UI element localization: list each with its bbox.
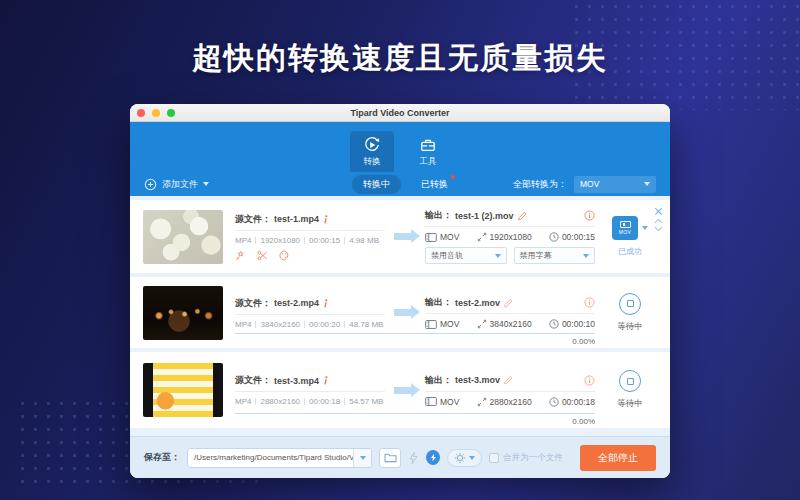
rename-pencil-icon[interactable]: [503, 375, 513, 385]
add-plus-icon: [144, 178, 157, 191]
rename-pencil-icon[interactable]: [503, 298, 513, 308]
stop-task-button[interactable]: [619, 370, 641, 392]
out-resolution: 1920x1080: [490, 232, 532, 242]
separator: [255, 321, 256, 328]
meta-size: 48.78 MB: [349, 320, 383, 329]
output-info-circle-icon[interactable]: [584, 297, 595, 308]
row2-actions: 等待中: [605, 293, 655, 333]
meta-duration: 00:00:18: [309, 397, 340, 406]
open-folder-button[interactable]: [379, 448, 401, 468]
row2-status: 等待中: [617, 321, 643, 333]
save-path-caret-icon[interactable]: [353, 449, 371, 467]
subtitle-value: 禁用字幕: [520, 250, 552, 261]
output-filename: test-3.mov: [455, 375, 500, 385]
add-files-button[interactable]: 添加文件: [144, 178, 209, 191]
convert-all-format-value: MOV: [580, 179, 599, 189]
move-up-icon[interactable]: [654, 218, 663, 224]
output-info-circle-icon[interactable]: [584, 210, 595, 221]
audio-track-select[interactable]: 禁用音轨: [425, 247, 507, 264]
toolbox-icon: [419, 136, 437, 154]
stop-all-button[interactable]: 全部停止: [580, 445, 656, 471]
window-title: Tipard Video Converter: [130, 108, 670, 118]
source-info-2: 源文件： test-2.mp4 MP4 3840x2160 00:00:20 4…: [235, 297, 385, 329]
media-info-icon[interactable]: [322, 376, 329, 385]
output-filename: test-1 (2).mov: [455, 211, 514, 221]
filter-converting[interactable]: 转换中: [352, 175, 401, 194]
convert-arrow-icon: [385, 387, 421, 394]
output-info-2: 输出： test-2.mov MOV 3840x2160 00:00:: [425, 296, 595, 329]
separator: [304, 237, 305, 244]
meta-duration: 00:00:15: [309, 236, 340, 245]
video-thumbnail-1[interactable]: [143, 210, 223, 264]
meta-duration: 00:00:20: [309, 320, 340, 329]
convert-arrow-icon: [385, 233, 421, 240]
remove-file-icon[interactable]: [654, 207, 663, 216]
media-info-icon[interactable]: [322, 299, 329, 308]
output-label: 输出：: [425, 209, 452, 222]
video-thumbnail-2[interactable]: [143, 286, 223, 340]
source-label: 源文件：: [235, 213, 271, 226]
settings-button[interactable]: [447, 449, 482, 467]
out-duration: 00:00:10: [562, 319, 595, 329]
meta-resolution: 2880x2160: [260, 397, 300, 406]
save-to-label: 保存至：: [144, 451, 180, 464]
effect-palette-icon[interactable]: [279, 250, 290, 261]
meta-format: MP4: [235, 320, 251, 329]
tab-convert[interactable]: 转换: [350, 131, 394, 172]
convert-all-format-select[interactable]: MOV: [574, 176, 656, 193]
tab-tools[interactable]: 工具: [406, 131, 450, 172]
page-background: 超快的转换速度且无质量损失 Tipard Video Converter 转换 …: [0, 0, 800, 500]
save-path-select[interactable]: /Users/marketing/Documents/Tipard Studio…: [187, 448, 372, 468]
out-duration: 00:00:18: [562, 397, 595, 407]
filter-converted-label: 已转换: [421, 179, 448, 189]
add-files-caret-icon[interactable]: [203, 182, 209, 186]
progress-percent: 0.00%: [235, 337, 595, 346]
media-info-icon[interactable]: [322, 215, 329, 224]
stop-task-button[interactable]: [619, 293, 641, 315]
format-button-caret-icon[interactable]: [642, 226, 648, 230]
output-settings-3: MOV 2880x2160 00:00:18: [425, 397, 595, 407]
queue-filter-tabs: 转换中 已转换: [352, 175, 448, 194]
merge-checkbox-group: 合并为一个文件: [489, 452, 563, 464]
separator: [304, 321, 305, 328]
file-row-3: 源文件： test-3.mp4 MP4 2880x2160 00:00:18 5…: [130, 352, 670, 428]
edit-wand-icon[interactable]: [235, 250, 246, 261]
hardware-acceleration-off-icon[interactable]: [408, 451, 419, 465]
track-selects-1: 禁用音轨 禁用字幕: [425, 247, 595, 264]
resolution-expand-icon: [477, 232, 487, 242]
format-film-icon: [425, 320, 437, 329]
source-info-3: 源文件： test-3.mp4 MP4 2880x2160 00:00:18 5…: [235, 374, 385, 406]
move-down-icon[interactable]: [654, 226, 663, 232]
source-label: 源文件：: [235, 297, 271, 310]
filter-converted[interactable]: 已转换: [421, 175, 448, 194]
source-filename: test-1.mp4: [274, 214, 319, 224]
out-format: MOV: [440, 319, 459, 329]
merge-checkbox[interactable]: [489, 453, 499, 463]
output-info-circle-icon[interactable]: [584, 375, 595, 386]
source-filename: test-3.mp4: [274, 376, 319, 386]
row3-actions: 等待中: [605, 370, 655, 410]
subtitle-select[interactable]: 禁用字幕: [514, 247, 596, 264]
output-label: 输出：: [425, 374, 452, 387]
file-row-2: 源文件： test-2.mp4 MP4 3840x2160 00:00:20 4…: [130, 277, 670, 348]
duration-clock-icon: [549, 232, 559, 242]
convert-all-caret-icon: [644, 182, 650, 186]
tab-tools-label: 工具: [420, 156, 437, 168]
format-button-label: MOV: [619, 229, 631, 235]
stop-square-icon: [627, 378, 634, 385]
cut-scissors-icon[interactable]: [257, 250, 268, 261]
convert-icon: [363, 136, 381, 154]
footer-bar: 保存至： /Users/marketing/Documents/Tipard S…: [130, 436, 670, 478]
separator: [344, 237, 345, 244]
acceleration-on-icon[interactable]: [426, 450, 440, 465]
rename-pencil-icon[interactable]: [517, 211, 527, 221]
out-resolution: 2880x2160: [490, 397, 532, 407]
subtitle-select-caret-icon: [583, 254, 589, 258]
tab-convert-label: 转换: [364, 156, 381, 168]
out-format: MOV: [440, 232, 459, 242]
video-thumbnail-3[interactable]: [143, 363, 223, 417]
titlebar: Tipard Video Converter: [130, 104, 670, 122]
file-row-1: 源文件： test-1.mp4 MP4 1920x1080 00:00:15 4…: [130, 200, 670, 273]
meta-resolution: 1920x1080: [260, 236, 300, 245]
output-format-button[interactable]: MOV: [612, 216, 638, 240]
